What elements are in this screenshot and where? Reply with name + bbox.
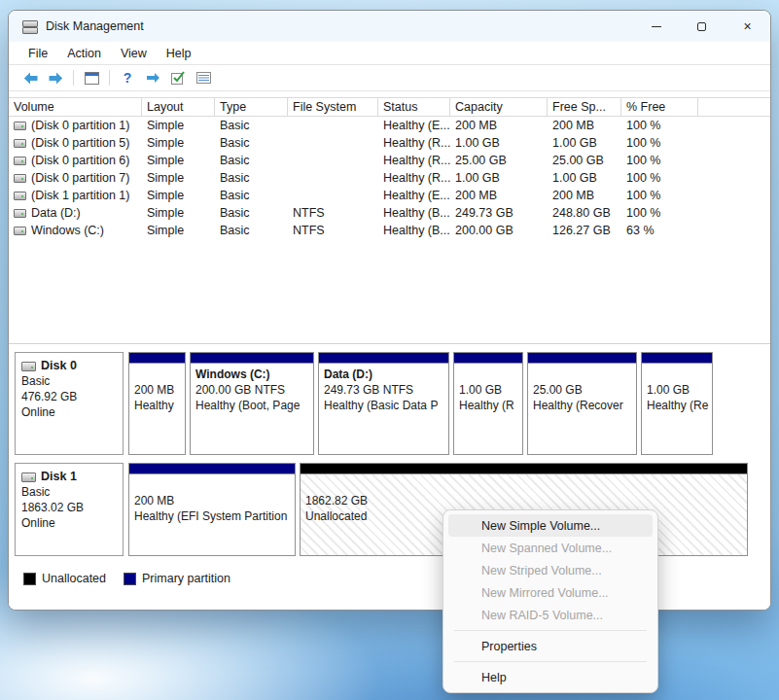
cell-layout: Simple xyxy=(142,189,215,202)
legend-primary-label: Primary partition xyxy=(142,572,230,585)
partition-name xyxy=(134,367,180,382)
partition-size: 25.00 GB xyxy=(533,382,631,398)
partition-status: Healthy xyxy=(134,398,180,413)
cell-layout: Simple xyxy=(142,154,215,167)
cell-layout: Simple xyxy=(142,171,215,185)
cell-type: Basic xyxy=(215,189,288,202)
close-button[interactable]: × xyxy=(725,11,770,42)
cell-capacity: 1.00 GB xyxy=(450,136,548,150)
partition-status: Healthy (Basic Data P xyxy=(324,398,443,413)
disk-size: 476.92 GB xyxy=(21,389,117,404)
cell-type: Basic xyxy=(215,136,288,150)
menu-action[interactable]: Action xyxy=(57,44,111,63)
cell-pct-free: 100 % xyxy=(621,189,698,202)
partition-size: 249.73 GB NTFS xyxy=(324,382,443,398)
cell-pct-free: 100 % xyxy=(621,119,698,132)
partition-color-bar xyxy=(129,464,295,474)
cell-volume: Windows (C:) xyxy=(9,224,142,237)
maximize-button[interactable] xyxy=(679,11,725,42)
help-icon[interactable]: ? xyxy=(116,67,139,88)
partition-block[interactable]: 1.00 GB Healthy (R xyxy=(453,352,523,455)
cell-type: Basic xyxy=(215,224,288,237)
details-list-icon[interactable] xyxy=(192,67,215,88)
disk-status: Online xyxy=(21,404,117,420)
console-window-icon[interactable] xyxy=(80,67,103,88)
menu-help[interactable]: Help xyxy=(157,44,201,63)
cell-pct-free: 100 % xyxy=(621,136,698,150)
partition-name: Windows (C:) xyxy=(195,367,308,382)
disk-size: 1863.02 GB xyxy=(21,500,117,515)
volume-name: (Disk 0 partition 5) xyxy=(31,136,129,150)
partition-block[interactable]: 200 MB Healthy xyxy=(128,352,186,455)
partition-block[interactable]: 25.00 GB Healthy (Recover xyxy=(527,352,637,455)
cell-volume: (Disk 0 partition 7) xyxy=(9,171,142,185)
volume-table-header: Volume Layout Type File System Status Ca… xyxy=(9,97,770,117)
partition-block[interactable]: Data (D:) 249.73 GB NTFS Healthy (Basic … xyxy=(318,352,449,455)
partition-status: Healthy (R xyxy=(459,398,517,413)
action-arrow-icon[interactable] xyxy=(141,67,164,88)
partition-name xyxy=(459,367,517,382)
table-row[interactable]: Windows (C:) Simple Basic NTFS Healthy (… xyxy=(9,222,770,239)
cell-free-space: 200 MB xyxy=(548,189,621,202)
help-question-glyph: ? xyxy=(124,70,132,86)
column-header-pct-free[interactable]: % Free xyxy=(621,98,698,116)
table-row[interactable]: Data (D:) Simple Basic NTFS Healthy (B..… xyxy=(9,204,770,222)
partition-name xyxy=(533,367,631,382)
cell-layout: Simple xyxy=(142,224,215,237)
menu-item-help[interactable]: Help xyxy=(448,666,653,688)
menu-item-properties[interactable]: Properties xyxy=(448,635,653,657)
column-header-capacity[interactable]: Capacity xyxy=(450,98,548,116)
table-row[interactable]: (Disk 0 partition 5) Simple Basic Health… xyxy=(9,134,770,152)
cell-status: Healthy (R... xyxy=(378,154,450,167)
column-header-layout[interactable]: Layout xyxy=(142,98,215,116)
menu-view[interactable]: View xyxy=(111,44,157,63)
close-icon: × xyxy=(743,18,751,34)
volume-table: Volume Layout Type File System Status Ca… xyxy=(9,97,770,239)
cell-layout: Simple xyxy=(142,206,215,220)
partition-status: Healthy (EFI System Partition xyxy=(134,508,290,524)
volume-name: (Disk 0 partition 6) xyxy=(31,154,129,167)
table-row[interactable]: (Disk 0 partition 7) Simple Basic Health… xyxy=(9,169,770,187)
partition-size: 1.00 GB xyxy=(459,382,517,398)
column-header-type[interactable]: Type xyxy=(215,98,288,116)
column-header-file-system[interactable]: File System xyxy=(288,98,378,116)
volume-icon xyxy=(14,139,26,148)
partition-block[interactable]: Windows (C:) 200.00 GB NTFS Healthy (Boo… xyxy=(190,352,314,455)
disk-1-info-panel[interactable]: Disk 1 Basic 1863.02 GB Online xyxy=(15,463,124,556)
column-header-status[interactable]: Status xyxy=(378,98,450,116)
volume-icon xyxy=(14,157,26,165)
menu-file[interactable]: File xyxy=(18,44,57,63)
partition-size: 200.00 GB NTFS xyxy=(195,382,308,398)
column-header-volume[interactable]: Volume xyxy=(9,98,142,116)
window-titlebar[interactable]: Disk Management × xyxy=(9,11,770,42)
cell-status: Healthy (B... xyxy=(378,224,450,237)
partition-name xyxy=(647,367,707,382)
cell-status: Healthy (E... xyxy=(378,189,450,202)
unallocated-color-bar xyxy=(301,464,747,474)
volume-name: Data (D:) xyxy=(31,206,81,220)
column-header-free-space[interactable]: Free Sp... xyxy=(548,98,621,116)
table-row[interactable]: (Disk 0 partition 6) Simple Basic Health… xyxy=(9,152,770,169)
cell-type: Basic xyxy=(215,119,288,132)
cell-free-space: 25.00 GB xyxy=(548,154,621,167)
forward-icon[interactable] xyxy=(44,67,67,88)
disk-0-info-panel[interactable]: Disk 0 Basic 476.92 GB Online xyxy=(15,352,124,455)
volume-name: (Disk 0 partition 1) xyxy=(31,119,129,132)
check-sheet-icon[interactable] xyxy=(166,67,190,88)
partition-block[interactable]: 1.00 GB Healthy (Re xyxy=(641,352,713,455)
menu-separator xyxy=(454,630,647,631)
table-row[interactable]: (Disk 0 partition 1) Simple Basic Health… xyxy=(9,117,770,134)
back-icon[interactable] xyxy=(18,67,42,88)
minimize-button[interactable] xyxy=(633,11,679,42)
partition-size: 1.00 GB xyxy=(647,382,707,398)
table-row[interactable]: (Disk 1 partition 1) Simple Basic Health… xyxy=(9,187,770,204)
disk-label: Disk 0 xyxy=(41,358,77,373)
menu-item-new-simple-volume[interactable]: New Simple Volume... xyxy=(448,514,653,537)
partition-block[interactable]: 200 MB Healthy (EFI System Partition xyxy=(128,463,296,556)
volume-list-pane: Volume Layout Type File System Status Ca… xyxy=(9,91,770,343)
partition-size: 200 MB xyxy=(134,493,290,508)
partition-size: 200 MB xyxy=(134,382,180,398)
volume-icon xyxy=(14,174,26,183)
cell-layout: Simple xyxy=(142,119,215,132)
cell-pct-free: 63 % xyxy=(621,224,698,237)
